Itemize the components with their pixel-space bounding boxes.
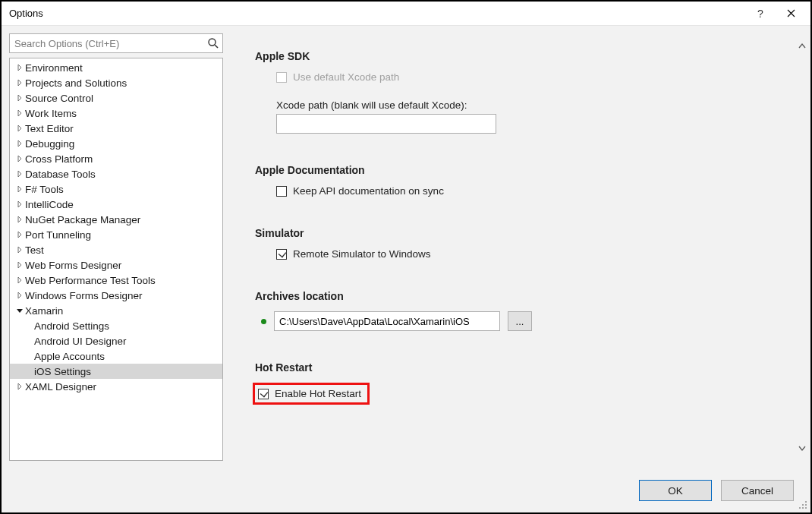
tree-item-label: Source Control [25, 93, 93, 104]
svg-point-6 [799, 507, 801, 509]
svg-point-0 [209, 39, 216, 46]
tree-item[interactable]: Windows Forms Designer [10, 288, 222, 303]
tree-item[interactable]: Cross Platform [10, 151, 222, 166]
label-remote-simulator: Remote Simulator to Windows [293, 248, 431, 260]
tree-item[interactable]: Port Tunneling [10, 227, 222, 242]
svg-point-1 [805, 501, 807, 503]
left-column: EnvironmentProjects and SolutionsSource … [2, 26, 229, 468]
label-use-default-xcode: Use default Xcode path [293, 71, 399, 83]
tree-item[interactable]: Source Control [10, 90, 222, 106]
caret-right-icon [16, 383, 24, 389]
tree-item-label: F# Tools [25, 184, 64, 195]
tree-item[interactable]: iOS Settings [10, 364, 222, 379]
tree-item[interactable]: Database Tools [10, 166, 222, 181]
caret-right-icon [16, 95, 24, 101]
tree-item[interactable]: Android Settings [10, 318, 222, 333]
tree-item-label: iOS Settings [34, 366, 91, 377]
tree-item[interactable]: F# Tools [10, 181, 222, 197]
tree-item-label: Environment [25, 62, 83, 74]
dialog-footer: OK Cancel [2, 468, 810, 512]
tree-item[interactable]: Work Items [10, 106, 222, 121]
scroll-down-icon [798, 444, 806, 452]
tree-item[interactable]: IntelliCode [10, 197, 222, 212]
section-archives: Archives location ... [255, 290, 785, 331]
caret-right-icon [16, 110, 24, 116]
options-tree[interactable]: EnvironmentProjects and SolutionsSource … [9, 58, 223, 461]
tree-item[interactable]: Xamarin [10, 303, 222, 318]
window-title: Options [9, 8, 745, 19]
tree-item-label: Projects and Solutions [25, 77, 127, 89]
tree-item[interactable]: Android UI Designer [10, 333, 222, 348]
caret-right-icon [16, 65, 24, 71]
label-xcode-path: Xcode path (blank will use default Xcode… [276, 99, 467, 111]
scroll-up-icon [798, 43, 806, 50]
input-xcode-path[interactable] [276, 114, 496, 134]
caret-right-icon [16, 156, 24, 162]
section-simulator: Simulator Remote Simulator to Windows [255, 227, 785, 260]
caret-right-icon [16, 247, 24, 253]
caret-right-icon [16, 201, 24, 207]
tree-item[interactable]: XAML Designer [10, 379, 222, 394]
svg-point-5 [802, 507, 804, 509]
checkbox-enable-hot-restart[interactable] [258, 389, 269, 399]
search-wrap [9, 33, 223, 53]
tree-item[interactable]: Text Editor [10, 121, 222, 136]
tree-item[interactable]: Apple Accounts [10, 348, 222, 364]
close-icon [787, 9, 795, 17]
help-button[interactable]: ? [745, 3, 776, 24]
heading-hot-restart: Hot Restart [255, 361, 785, 374]
caret-right-icon [16, 262, 24, 268]
cancel-button[interactable]: Cancel [721, 480, 794, 501]
tree-item[interactable]: Debugging [10, 136, 222, 151]
browse-button[interactable]: ... [508, 311, 532, 331]
caret-right-icon [16, 232, 24, 238]
tree-item-label: Debugging [25, 138, 74, 150]
caret-right-icon [16, 186, 24, 192]
tree-item-label: NuGet Package Manager [25, 214, 140, 225]
caret-right-icon [16, 292, 24, 298]
search-icon [207, 37, 219, 49]
row-use-default-xcode[interactable]: Use default Xcode path [276, 71, 785, 83]
heading-apple-doc: Apple Documentation [255, 164, 785, 176]
section-apple-doc: Apple Documentation Keep API documentati… [255, 164, 785, 197]
input-archives-path[interactable] [274, 311, 500, 331]
ok-button[interactable]: OK [639, 480, 712, 501]
caret-right-icon [16, 125, 24, 131]
tree-item[interactable]: Projects and Solutions [10, 75, 222, 90]
caret-down-icon [16, 307, 24, 314]
tree-item-label: Android Settings [34, 320, 109, 332]
resize-grip-icon[interactable] [798, 500, 807, 509]
tree-item-label: Port Tunneling [25, 229, 91, 241]
tree-item[interactable]: Web Forms Designer [10, 257, 222, 273]
tree-item-label: Work Items [25, 108, 77, 119]
search-input[interactable] [9, 33, 223, 53]
section-hot-restart: Hot Restart Enable Hot Restart [255, 361, 785, 405]
checkbox-keep-sync[interactable] [276, 186, 287, 197]
tree-item-label: Cross Platform [25, 153, 93, 165]
tree-item[interactable]: NuGet Package Manager [10, 212, 222, 227]
row-xcode-path-input [276, 114, 785, 134]
tree-item-label: Xamarin [25, 305, 63, 317]
caret-right-icon [16, 140, 24, 147]
tree-item[interactable]: Test [10, 242, 222, 257]
tree-item[interactable]: Environment [10, 60, 222, 75]
row-xcode-path-label: Xcode path (blank will use default Xcode… [276, 99, 785, 111]
checkbox-remote-simulator[interactable] [276, 249, 287, 260]
settings-panel: Apple SDK Use default Xcode path Xcode p… [229, 26, 810, 468]
row-keep-sync[interactable]: Keep API documentation on sync [276, 185, 785, 197]
heading-apple-sdk: Apple SDK [255, 50, 785, 62]
scrollbar[interactable] [798, 53, 806, 441]
tree-item-label: Apple Accounts [34, 351, 105, 362]
tree-item-label: Database Tools [25, 169, 96, 180]
tree-item-label: Text Editor [25, 123, 74, 134]
tree-item[interactable]: Web Performance Test Tools [10, 273, 222, 288]
row-remote-simulator[interactable]: Remote Simulator to Windows [276, 248, 785, 260]
heading-simulator: Simulator [255, 227, 785, 239]
row-archives-path: ... [261, 311, 785, 331]
close-button[interactable] [776, 3, 806, 24]
tree-item-label: IntelliCode [25, 199, 74, 210]
checkbox-use-default-xcode[interactable] [276, 72, 287, 83]
tree-item-label: Test [25, 244, 44, 256]
options-dialog: Options ? EnvironmentProjects and Soluti… [0, 0, 812, 514]
label-enable-hot-restart: Enable Hot Restart [275, 388, 361, 399]
